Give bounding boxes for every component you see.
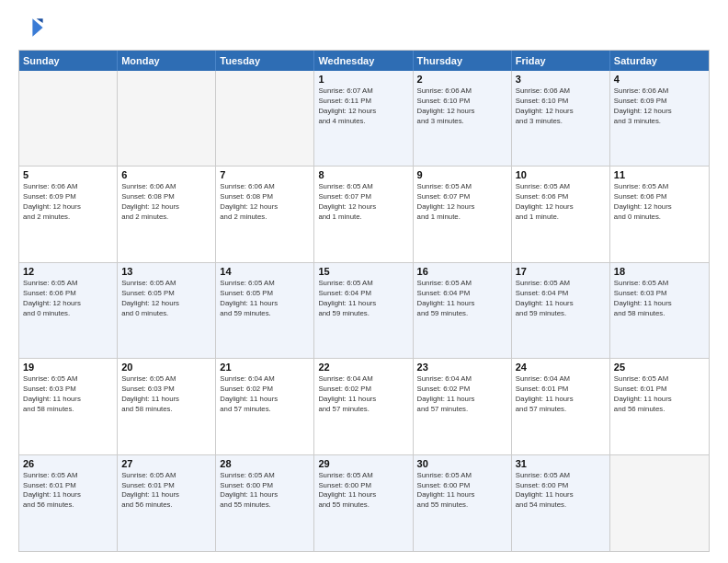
day-info: Sunrise: 6:06 AM Sunset: 6:08 PM Dayligh… (121, 182, 211, 223)
calendar-cell (216, 71, 314, 166)
calendar-cell: 21Sunrise: 6:04 AM Sunset: 6:02 PM Dayli… (216, 359, 314, 454)
calendar-cell: 23Sunrise: 6:04 AM Sunset: 6:02 PM Dayli… (414, 359, 512, 454)
day-number: 16 (417, 266, 507, 277)
day-info: Sunrise: 6:05 AM Sunset: 6:04 PM Dayligh… (318, 279, 408, 319)
day-number: 26 (23, 458, 113, 469)
header (18, 15, 710, 40)
day-info: Sunrise: 6:05 AM Sunset: 6:05 PM Dayligh… (220, 279, 310, 319)
calendar-cell: 8Sunrise: 6:05 AM Sunset: 6:07 PM Daylig… (314, 167, 413, 261)
day-number: 5 (23, 169, 113, 180)
calendar-cell: 12Sunrise: 6:05 AM Sunset: 6:06 PM Dayli… (19, 263, 118, 358)
calendar-cell: 13Sunrise: 6:05 AM Sunset: 6:05 PM Dayli… (118, 263, 216, 358)
day-info: Sunrise: 6:05 AM Sunset: 6:06 PM Dayligh… (516, 182, 606, 223)
weekday-header: Sunday (19, 51, 118, 71)
calendar-row: 26Sunrise: 6:05 AM Sunset: 6:01 PM Dayli… (19, 455, 709, 551)
day-info: Sunrise: 6:05 AM Sunset: 6:01 PM Dayligh… (614, 374, 705, 415)
calendar-row: 1Sunrise: 6:07 AM Sunset: 6:11 PM Daylig… (19, 71, 709, 167)
day-number: 7 (220, 169, 310, 180)
calendar-cell: 15Sunrise: 6:05 AM Sunset: 6:04 PM Dayli… (314, 263, 413, 358)
day-number: 29 (318, 458, 408, 469)
calendar-row: 19Sunrise: 6:05 AM Sunset: 6:03 PM Dayli… (19, 359, 709, 454)
day-info: Sunrise: 6:04 AM Sunset: 6:02 PM Dayligh… (417, 374, 507, 415)
calendar-cell: 28Sunrise: 6:05 AM Sunset: 6:00 PM Dayli… (216, 455, 314, 551)
calendar-cell: 25Sunrise: 6:05 AM Sunset: 6:01 PM Dayli… (610, 359, 709, 454)
logo (18, 15, 46, 40)
day-info: Sunrise: 6:06 AM Sunset: 6:09 PM Dayligh… (23, 182, 113, 223)
day-info: Sunrise: 6:05 AM Sunset: 6:07 PM Dayligh… (318, 182, 408, 223)
day-info: Sunrise: 6:05 AM Sunset: 6:04 PM Dayligh… (516, 279, 606, 319)
day-info: Sunrise: 6:05 AM Sunset: 6:03 PM Dayligh… (121, 374, 211, 415)
calendar-cell: 7Sunrise: 6:06 AM Sunset: 6:08 PM Daylig… (216, 167, 314, 261)
calendar-cell: 26Sunrise: 6:05 AM Sunset: 6:01 PM Dayli… (19, 455, 118, 551)
day-number: 15 (318, 266, 408, 277)
day-info: Sunrise: 6:06 AM Sunset: 6:10 PM Dayligh… (516, 86, 606, 127)
day-number: 11 (614, 169, 705, 180)
calendar-cell: 18Sunrise: 6:05 AM Sunset: 6:03 PM Dayli… (610, 263, 709, 358)
day-number: 3 (516, 74, 606, 85)
day-number: 14 (220, 266, 310, 277)
day-info: Sunrise: 6:06 AM Sunset: 6:10 PM Dayligh… (417, 86, 507, 127)
day-info: Sunrise: 6:05 AM Sunset: 6:00 PM Dayligh… (516, 471, 606, 511)
calendar-cell: 1Sunrise: 6:07 AM Sunset: 6:11 PM Daylig… (314, 71, 413, 166)
weekday-header: Monday (118, 51, 216, 71)
calendar-cell: 20Sunrise: 6:05 AM Sunset: 6:03 PM Dayli… (118, 359, 216, 454)
calendar: SundayMondayTuesdayWednesdayThursdayFrid… (18, 50, 710, 552)
day-info: Sunrise: 6:05 AM Sunset: 6:03 PM Dayligh… (23, 374, 113, 415)
calendar-cell: 19Sunrise: 6:05 AM Sunset: 6:03 PM Dayli… (19, 359, 118, 454)
day-info: Sunrise: 6:06 AM Sunset: 6:09 PM Dayligh… (614, 86, 705, 127)
calendar-cell: 22Sunrise: 6:04 AM Sunset: 6:02 PM Dayli… (314, 359, 413, 454)
day-number: 30 (417, 458, 507, 469)
calendar-cell: 31Sunrise: 6:05 AM Sunset: 6:00 PM Dayli… (512, 455, 610, 551)
day-number: 19 (23, 362, 113, 373)
calendar-cell (610, 455, 709, 551)
day-info: Sunrise: 6:05 AM Sunset: 6:04 PM Dayligh… (417, 279, 507, 319)
logo-icon (18, 15, 44, 40)
weekday-header: Tuesday (216, 51, 314, 71)
calendar-cell (118, 71, 216, 166)
day-number: 13 (121, 266, 211, 277)
day-number: 23 (417, 362, 507, 373)
day-number: 2 (417, 74, 507, 85)
weekday-header: Saturday (610, 51, 709, 71)
day-info: Sunrise: 6:05 AM Sunset: 6:07 PM Dayligh… (417, 182, 507, 223)
calendar-cell: 27Sunrise: 6:05 AM Sunset: 6:01 PM Dayli… (118, 455, 216, 551)
day-number: 20 (121, 362, 211, 373)
day-number: 27 (121, 458, 211, 469)
weekday-header: Thursday (414, 51, 512, 71)
day-info: Sunrise: 6:05 AM Sunset: 6:01 PM Dayligh… (121, 471, 211, 511)
calendar-cell: 29Sunrise: 6:05 AM Sunset: 6:00 PM Dayli… (314, 455, 413, 551)
calendar-cell: 9Sunrise: 6:05 AM Sunset: 6:07 PM Daylig… (414, 167, 512, 261)
day-number: 10 (516, 169, 606, 180)
day-info: Sunrise: 6:04 AM Sunset: 6:02 PM Dayligh… (220, 374, 310, 415)
calendar-cell: 14Sunrise: 6:05 AM Sunset: 6:05 PM Dayli… (216, 263, 314, 358)
day-number: 21 (220, 362, 310, 373)
calendar-cell: 30Sunrise: 6:05 AM Sunset: 6:00 PM Dayli… (414, 455, 512, 551)
day-number: 25 (614, 362, 705, 373)
calendar-cell: 4Sunrise: 6:06 AM Sunset: 6:09 PM Daylig… (610, 71, 709, 166)
calendar-body: 1Sunrise: 6:07 AM Sunset: 6:11 PM Daylig… (19, 71, 709, 551)
day-number: 31 (516, 458, 606, 469)
day-info: Sunrise: 6:05 AM Sunset: 6:06 PM Dayligh… (614, 182, 705, 223)
calendar-row: 12Sunrise: 6:05 AM Sunset: 6:06 PM Dayli… (19, 263, 709, 359)
calendar-cell: 16Sunrise: 6:05 AM Sunset: 6:04 PM Dayli… (414, 263, 512, 358)
day-info: Sunrise: 6:05 AM Sunset: 6:01 PM Dayligh… (23, 471, 113, 511)
day-number: 1 (318, 74, 408, 85)
calendar-cell: 3Sunrise: 6:06 AM Sunset: 6:10 PM Daylig… (512, 71, 610, 166)
day-info: Sunrise: 6:05 AM Sunset: 6:05 PM Dayligh… (121, 279, 211, 319)
calendar-cell: 10Sunrise: 6:05 AM Sunset: 6:06 PM Dayli… (512, 167, 610, 261)
calendar-cell: 5Sunrise: 6:06 AM Sunset: 6:09 PM Daylig… (19, 167, 118, 261)
calendar-cell: 11Sunrise: 6:05 AM Sunset: 6:06 PM Dayli… (610, 167, 709, 261)
calendar-cell: 17Sunrise: 6:05 AM Sunset: 6:04 PM Dayli… (512, 263, 610, 358)
weekday-header: Wednesday (314, 51, 413, 71)
day-info: Sunrise: 6:05 AM Sunset: 6:03 PM Dayligh… (614, 279, 705, 319)
day-number: 6 (121, 169, 211, 180)
day-info: Sunrise: 6:04 AM Sunset: 6:02 PM Dayligh… (318, 374, 408, 415)
day-info: Sunrise: 6:05 AM Sunset: 6:06 PM Dayligh… (23, 279, 113, 319)
svg-marker-1 (37, 18, 43, 23)
day-number: 12 (23, 266, 113, 277)
calendar-row: 5Sunrise: 6:06 AM Sunset: 6:09 PM Daylig… (19, 167, 709, 262)
calendar-cell: 24Sunrise: 6:04 AM Sunset: 6:01 PM Dayli… (512, 359, 610, 454)
day-info: Sunrise: 6:07 AM Sunset: 6:11 PM Dayligh… (318, 86, 408, 127)
day-number: 9 (417, 169, 507, 180)
day-number: 8 (318, 169, 408, 180)
